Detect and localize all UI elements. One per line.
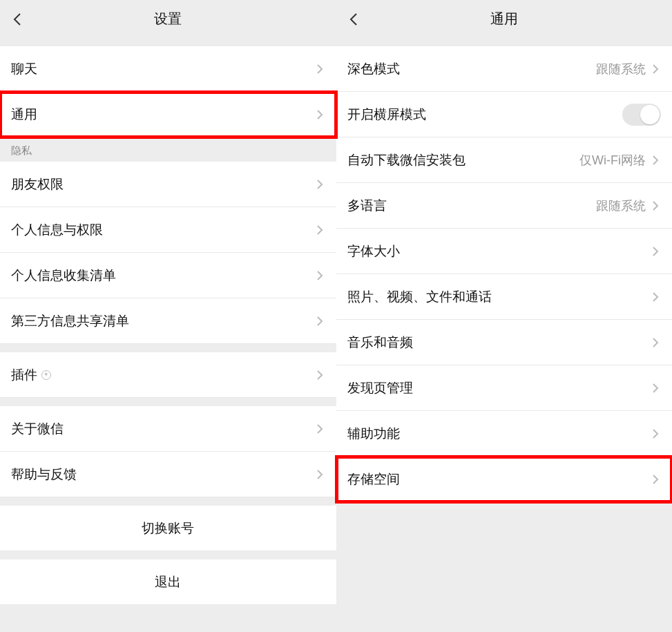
chevron-right-icon [650, 474, 661, 485]
row-help[interactable]: 帮助与反馈 [0, 452, 336, 497]
row-landscape-label: 开启横屏模式 [347, 106, 623, 124]
settings-pane: 设置 聊天 通用 隐私 朋友权限 个人信息与权限 个人信息收集清单 第三方信息共… [0, 0, 336, 632]
chevron-right-icon [650, 155, 661, 166]
row-media[interactable]: 照片、视频、文件和通话 [336, 274, 673, 320]
row-dark-mode[interactable]: 深色模式 跟随系统 [336, 46, 673, 92]
row-accessibility-label: 辅助功能 [347, 425, 651, 443]
row-media-label: 照片、视频、文件和通话 [347, 288, 651, 306]
row-font-size-label: 字体大小 [347, 242, 651, 260]
row-plugins-text: 插件 [11, 366, 37, 384]
settings-title: 设置 [154, 10, 182, 28]
row-friend-permissions[interactable]: 朋友权限 [0, 162, 336, 207]
row-plugins[interactable]: 插件 ✦ [0, 352, 336, 398]
chevron-right-icon [314, 469, 325, 480]
chevron-right-icon [650, 428, 661, 439]
row-personal-info-permissions[interactable]: 个人信息与权限 [0, 207, 336, 253]
row-logout[interactable]: 退出 [0, 559, 336, 605]
lightbulb-icon: ✦ [41, 370, 51, 380]
row-personal-info-list[interactable]: 个人信息收集清单 [0, 253, 336, 298]
settings-header: 设置 [0, 0, 336, 38]
general-header: 通用 [336, 0, 673, 38]
general-title: 通用 [490, 10, 518, 28]
row-auto-download-value: 仅Wi-Fi网络 [579, 152, 646, 169]
chevron-right-icon [314, 270, 325, 281]
chevron-right-icon [314, 64, 325, 75]
row-switch-account[interactable]: 切换账号 [0, 506, 336, 551]
chevron-right-icon [650, 291, 661, 303]
chevron-right-icon [314, 316, 325, 327]
chevron-right-icon [650, 64, 661, 75]
row-multilang-label: 多语言 [347, 197, 597, 215]
row-dark-mode-label: 深色模式 [347, 60, 597, 78]
row-music-label: 音乐和音频 [347, 334, 651, 352]
chevron-left-icon [10, 11, 26, 28]
row-auto-download[interactable]: 自动下载微信安装包 仅Wi-Fi网络 [336, 137, 673, 183]
row-font-size[interactable]: 字体大小 [336, 229, 673, 274]
chevron-right-icon [314, 370, 325, 381]
row-accessibility[interactable]: 辅助功能 [336, 411, 673, 457]
row-chat-label: 聊天 [11, 60, 314, 78]
chevron-right-icon [314, 109, 325, 120]
chevron-right-icon [314, 179, 325, 190]
back-button-right[interactable] [346, 11, 363, 28]
chevron-right-icon [650, 383, 661, 394]
row-about[interactable]: 关于微信 [0, 406, 336, 452]
chevron-right-icon [650, 337, 661, 348]
row-chat[interactable]: 聊天 [0, 46, 336, 92]
row-auto-download-label: 自动下载微信安装包 [347, 151, 580, 169]
row-switch-account-label: 切换账号 [142, 519, 194, 537]
row-discover[interactable]: 发现页管理 [336, 365, 673, 411]
row-logout-label: 退出 [155, 573, 181, 591]
row-discover-label: 发现页管理 [347, 379, 651, 397]
row-personal-info-list-label: 个人信息收集清单 [11, 267, 314, 285]
row-personal-info-permissions-label: 个人信息与权限 [11, 221, 314, 239]
row-landscape-mode: 开启横屏模式 [336, 92, 673, 137]
row-third-party-share-label: 第三方信息共享清单 [11, 312, 314, 330]
row-friend-permissions-label: 朋友权限 [11, 175, 314, 193]
row-plugins-label: 插件 ✦ [11, 366, 314, 384]
back-button-left[interactable] [10, 11, 26, 28]
chevron-right-icon [314, 423, 325, 434]
privacy-section-header: 隐私 [0, 137, 336, 162]
row-general-label: 通用 [11, 106, 314, 124]
row-third-party-share[interactable]: 第三方信息共享清单 [0, 298, 336, 344]
chevron-right-icon [314, 224, 325, 236]
row-storage[interactable]: 存储空间 [336, 457, 673, 502]
landscape-toggle[interactable] [622, 104, 661, 126]
row-general[interactable]: 通用 [0, 92, 336, 137]
chevron-left-icon [346, 11, 363, 28]
row-multilang-value: 跟随系统 [596, 198, 646, 214]
row-about-label: 关于微信 [11, 420, 314, 438]
row-storage-label: 存储空间 [347, 470, 651, 488]
row-dark-mode-value: 跟随系统 [596, 61, 646, 77]
chevron-right-icon [650, 246, 661, 257]
general-pane: 通用 深色模式 跟随系统 开启横屏模式 自动下载微信安装包 仅Wi-Fi网络 多… [336, 0, 673, 632]
row-multilang[interactable]: 多语言 跟随系统 [336, 183, 673, 229]
row-help-label: 帮助与反馈 [11, 466, 314, 483]
chevron-right-icon [650, 200, 661, 211]
row-music[interactable]: 音乐和音频 [336, 320, 673, 365]
